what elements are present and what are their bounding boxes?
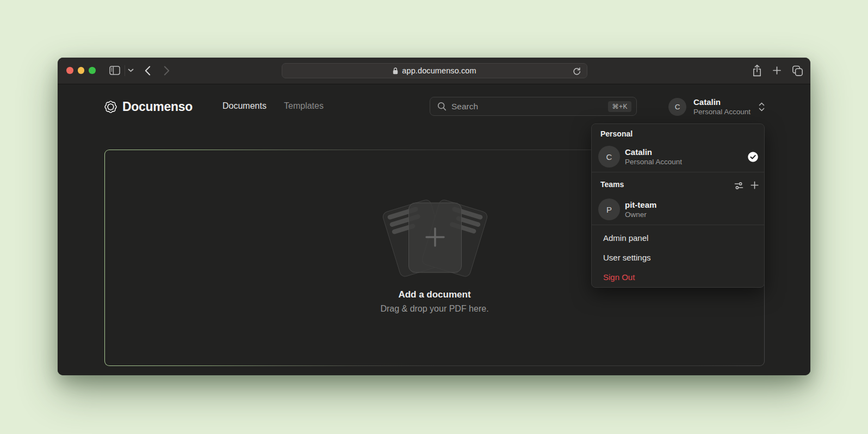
menu-team-item[interactable]: P pit-team Owner <box>598 199 656 220</box>
teams-actions <box>734 181 759 190</box>
browser-chrome: app.documenso.com <box>58 58 810 84</box>
sidebar-chevron-down-icon[interactable] <box>128 69 134 72</box>
chevrons-up-down-icon <box>758 102 765 112</box>
selected-check-icon <box>747 151 759 163</box>
chrome-separator <box>125 65 125 76</box>
back-button[interactable] <box>145 66 151 76</box>
brand-name: Documenso <box>122 100 193 114</box>
create-team-icon[interactable] <box>751 181 759 190</box>
menu-divider <box>592 225 764 225</box>
brand[interactable]: Documenso <box>104 100 193 114</box>
reload-button[interactable] <box>572 66 582 77</box>
account-dropdown-menu: Personal C Catalin Personal Account Team… <box>591 123 765 288</box>
search-icon <box>437 102 447 111</box>
add-document-illustration <box>375 198 495 282</box>
user-name: Catalin <box>693 97 751 107</box>
search-shortcut-badge: ⌘+K <box>608 101 631 112</box>
user-avatar: C <box>668 98 686 116</box>
search-input[interactable]: Search ⌘+K <box>430 97 637 116</box>
new-tab-icon[interactable] <box>773 66 781 75</box>
forward-button[interactable] <box>164 66 170 76</box>
address-bar[interactable]: app.documenso.com <box>282 63 587 78</box>
personal-subtitle: Personal Account <box>625 157 682 166</box>
app-content: Documenso Documents Templates Search ⌘+K… <box>58 85 810 375</box>
menu-item-admin-panel[interactable]: Admin panel <box>603 233 648 243</box>
traffic-lights <box>66 67 96 74</box>
menu-divider <box>592 172 764 172</box>
url-text: app.documenso.com <box>402 66 476 75</box>
personal-avatar: C <box>598 146 620 168</box>
sidebar-icon[interactable] <box>109 66 120 75</box>
menu-item-sign-out[interactable]: Sign Out <box>603 272 635 282</box>
menu-personal-account-item[interactable]: C Catalin Personal Account <box>598 146 682 168</box>
minimize-button[interactable] <box>78 67 85 74</box>
menu-section-personal: Personal <box>600 129 633 138</box>
nav-templates[interactable]: Templates <box>284 101 324 111</box>
tabs-overview-icon[interactable] <box>792 65 803 76</box>
nav-documents[interactable]: Documents <box>222 101 266 111</box>
lock-icon <box>393 67 398 75</box>
menu-section-teams: Teams <box>600 180 624 189</box>
manage-teams-icon[interactable] <box>734 181 743 190</box>
browser-window: app.documenso.com <box>58 58 810 375</box>
personal-name: Catalin <box>625 147 682 157</box>
search-placeholder: Search <box>451 102 608 111</box>
team-name: pit-team <box>625 200 656 210</box>
team-role: Owner <box>625 210 656 219</box>
dropzone-title: Add a document <box>105 289 764 300</box>
account-menu-trigger[interactable]: C Catalin Personal Account <box>668 97 765 116</box>
close-button[interactable] <box>66 67 73 74</box>
zoom-button[interactable] <box>89 67 96 74</box>
dropzone-subtitle: Drag & drop your PDF here. <box>105 304 764 314</box>
menu-item-user-settings[interactable]: User settings <box>603 253 651 262</box>
team-avatar: P <box>598 199 620 220</box>
documenso-logo-icon <box>104 101 117 113</box>
share-icon[interactable] <box>752 64 762 77</box>
user-account-type: Personal Account <box>693 107 751 116</box>
